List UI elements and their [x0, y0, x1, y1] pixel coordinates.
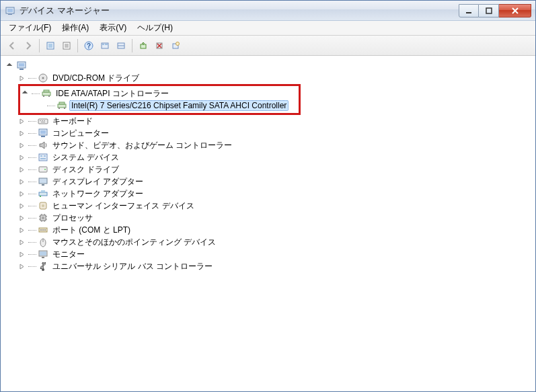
tree-category[interactable]: マウスとそのほかのポインティング デバイス — [3, 236, 533, 248]
svg-rect-73 — [40, 251, 46, 256]
expand-icon[interactable] — [6, 63, 13, 70]
expand-icon[interactable] — [18, 178, 26, 186]
svg-rect-76 — [44, 262, 46, 264]
tree-connector — [28, 182, 36, 182]
expand-icon[interactable] — [18, 130, 26, 137]
tree-category-label: モニター — [50, 248, 87, 261]
tree-category-label: DVD/CD-ROM ドライブ — [50, 72, 141, 85]
tree-category-label: マウスとそのほかのポインティング デバイス — [50, 236, 218, 249]
expand-icon[interactable] — [18, 142, 26, 149]
toolbar-separator — [77, 39, 78, 52]
svg-rect-27 — [42, 92, 50, 95]
toolbar-separator — [39, 39, 40, 52]
expand-icon[interactable] — [18, 239, 26, 246]
tree-category[interactable]: ユニバーサル シリアル バス コントローラー — [3, 260, 533, 272]
tree-connector — [28, 218, 36, 219]
expand-icon[interactable] — [18, 118, 26, 125]
tree-device[interactable]: Intel(R) 7 Series/C216 Chipset Family SA… — [22, 100, 297, 112]
tree-category[interactable]: IDE ATA/ATAPI コントローラー — [22, 87, 297, 100]
forward-button[interactable] — [21, 38, 36, 53]
tree-category[interactable]: キーボード — [3, 115, 533, 127]
tree-category[interactable]: ディスク ドライブ — [3, 163, 533, 175]
back-button[interactable] — [5, 38, 20, 53]
controller-icon — [56, 100, 67, 111]
tree-connector — [32, 93, 40, 94]
svg-point-77 — [40, 268, 42, 270]
tree-connector — [28, 169, 36, 170]
tree-category[interactable]: サウンド、ビデオ、およびゲーム コントローラー — [3, 139, 533, 151]
device-tree-panel[interactable]: DVD/CD-ROM ドライブIDE ATA/ATAPI コントローラーInte… — [1, 56, 535, 391]
svg-rect-42 — [41, 136, 45, 137]
usb-icon — [38, 261, 48, 272]
tree-category-label: プロセッサ — [50, 212, 95, 225]
svg-point-26 — [42, 77, 44, 79]
sound-icon — [38, 140, 48, 151]
tree-connector — [28, 242, 36, 243]
expand-icon[interactable] — [18, 214, 26, 222]
svg-text:?: ? — [87, 42, 91, 50]
svg-rect-41 — [40, 130, 46, 134]
tree-category[interactable]: ディスプレイ アダプター — [3, 175, 533, 188]
svg-rect-4 — [486, 8, 492, 13]
tree-category[interactable]: モニター — [3, 248, 533, 260]
svg-rect-6 — [48, 44, 52, 48]
expand-icon[interactable] — [18, 227, 26, 234]
toolbar-separator — [132, 39, 132, 52]
expand-icon[interactable] — [22, 90, 29, 97]
tree-category-label: システム デバイス — [50, 151, 121, 164]
svg-rect-35 — [38, 119, 48, 124]
expand-icon[interactable] — [18, 154, 26, 161]
help-button[interactable]: ? — [81, 38, 96, 53]
tree-root[interactable] — [3, 60, 533, 72]
svg-rect-49 — [39, 178, 47, 184]
tree-category[interactable]: ポート (COM と LPT) — [3, 224, 533, 236]
tree-category[interactable]: DVD/CD-ROM ドライブ — [3, 72, 533, 84]
tree-category[interactable]: システム デバイス — [3, 151, 533, 163]
tree-connector — [28, 254, 36, 255]
tree-connector — [28, 145, 36, 146]
tree-category[interactable]: ヒューマン インターフェイス デバイス — [3, 200, 533, 212]
menu-view[interactable]: 表示(V) — [94, 21, 132, 35]
toolbar: ? — [1, 36, 535, 56]
device-tree: DVD/CD-ROM ドライブIDE ATA/ATAPI コントローラーInte… — [3, 60, 533, 272]
tree-connector — [28, 230, 36, 231]
menu-file[interactable]: ファイル(F) — [3, 21, 56, 35]
keyboard-icon — [38, 116, 48, 126]
tree-category[interactable]: プロセッサ — [3, 212, 533, 224]
highlight-box: IDE ATA/ATAPI コントローラーIntel(R) 7 Series/C… — [18, 84, 301, 115]
expand-icon[interactable] — [18, 263, 26, 270]
view-resources-button[interactable] — [114, 38, 128, 53]
svg-rect-30 — [48, 95, 50, 97]
expand-icon[interactable] — [18, 202, 26, 210]
tree-connector — [28, 133, 36, 134]
close-button[interactable] — [499, 4, 531, 17]
uninstall-button[interactable] — [152, 38, 167, 53]
svg-rect-34 — [64, 108, 65, 109]
tree-category[interactable]: ネットワーク アダプター — [3, 188, 533, 200]
mouse-icon — [38, 237, 48, 247]
expand-icon[interactable] — [18, 75, 26, 82]
system-icon — [38, 152, 48, 163]
window-title: デバイス マネージャー — [20, 5, 459, 17]
menu-help[interactable]: ヘルプ(H) — [132, 21, 178, 35]
svg-rect-46 — [40, 158, 46, 159]
tree-category[interactable]: コンピューター — [3, 127, 533, 139]
expand-icon[interactable] — [18, 166, 26, 173]
view-devices-button[interactable] — [98, 38, 112, 53]
svg-rect-2 — [8, 14, 12, 15]
svg-rect-1 — [7, 9, 13, 12]
maximize-button[interactable] — [479, 4, 499, 17]
properties-button[interactable] — [59, 38, 74, 53]
tree-connector — [28, 121, 36, 122]
show-hidden-button[interactable] — [43, 38, 58, 53]
expand-icon[interactable] — [18, 190, 26, 198]
scan-hardware-button[interactable] — [168, 38, 183, 53]
controller-icon — [41, 88, 52, 99]
port-icon — [38, 225, 48, 235]
menu-action[interactable]: 操作(A) — [56, 21, 94, 35]
display-icon — [38, 176, 48, 187]
svg-rect-28 — [44, 90, 49, 92]
expand-icon[interactable] — [18, 251, 26, 258]
minimize-button[interactable] — [459, 4, 479, 17]
update-driver-button[interactable] — [136, 38, 151, 53]
